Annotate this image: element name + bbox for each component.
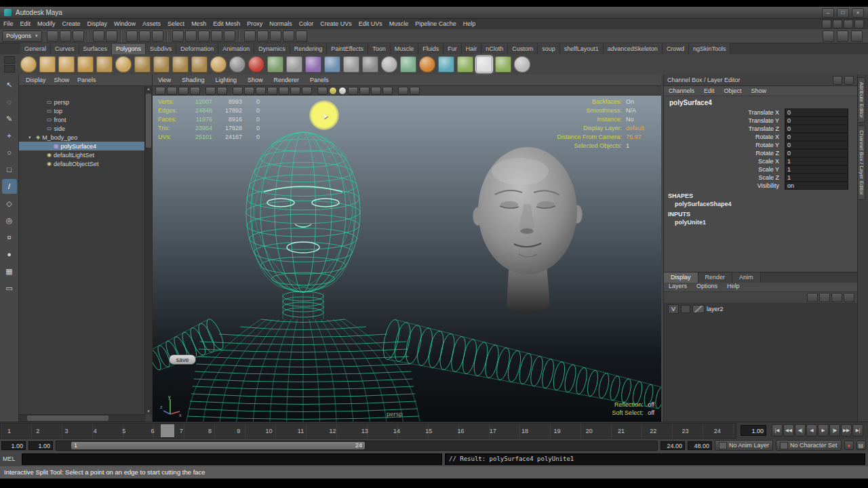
- tool-button[interactable]: ▭: [2, 281, 17, 296]
- status-line-icon[interactable]: [93, 30, 104, 42]
- outliner-item[interactable]: ▭ front: [19, 115, 145, 124]
- shelf-tool-icon[interactable]: [400, 56, 416, 73]
- layer-editor-tab[interactable]: Anim: [732, 272, 761, 283]
- tool-button[interactable]: /: [2, 179, 17, 194]
- shelf-tool-icon[interactable]: [438, 56, 454, 73]
- playback-button[interactable]: ▶: [818, 424, 829, 436]
- viewport-toolbar-icon[interactable]: [167, 87, 177, 95]
- shelf-tab[interactable]: Surfaces: [79, 43, 113, 54]
- viewport-toolbar-icon[interactable]: [338, 87, 347, 95]
- tool-button[interactable]: ◎: [2, 213, 17, 228]
- shelf-tool-icon[interactable]: [457, 56, 473, 73]
- channel-box-menu-item[interactable]: Edit: [699, 87, 719, 94]
- viewport-toolbar-icon[interactable]: [267, 87, 277, 95]
- shelf-menu-icon[interactable]: [4, 56, 15, 64]
- viewport-menu-item[interactable]: Shading: [176, 77, 210, 83]
- channel-name[interactable]: Translate Y: [664, 117, 785, 124]
- shelf-tool-icon[interactable]: [39, 56, 56, 73]
- tool-button[interactable]: +: [2, 128, 17, 143]
- viewport-toolbar-icon[interactable]: [290, 87, 300, 95]
- status-line-icon[interactable]: [238, 30, 241, 42]
- sidebar-toggle-icon[interactable]: [823, 30, 834, 42]
- layer-editor-menu-item[interactable]: Layers: [664, 283, 692, 291]
- shelf-tool-icon[interactable]: [191, 56, 208, 73]
- channel-name[interactable]: Rotate Y: [664, 142, 785, 148]
- status-line-icon[interactable]: [60, 30, 71, 42]
- viewport-toolbar-icon[interactable]: [398, 87, 408, 95]
- shelf-tab[interactable]: Animation: [218, 43, 254, 54]
- shelf-tab[interactable]: General: [20, 43, 51, 54]
- status-line-icon[interactable]: [211, 30, 222, 42]
- shelf-tool-icon[interactable]: [153, 56, 170, 73]
- shelf-tab[interactable]: soup: [538, 43, 560, 54]
- viewport-toolbar-icon[interactable]: [382, 87, 393, 95]
- layer-color-swatch[interactable]: [692, 305, 705, 313]
- menu-item[interactable]: Select: [164, 19, 188, 29]
- scrollbar-thumb[interactable]: [27, 415, 108, 421]
- shelf-tool-icon[interactable]: [495, 56, 511, 73]
- menu-item[interactable]: Modify: [34, 19, 59, 29]
- channel-name[interactable]: Translate Z: [664, 125, 785, 132]
- layer-editor-tab[interactable]: Render: [698, 272, 733, 283]
- playback-button[interactable]: ◀: [806, 424, 817, 436]
- status-line-icon[interactable]: [283, 30, 294, 42]
- viewport-toolbar-icon[interactable]: [359, 87, 370, 95]
- outliner-item[interactable]: ▦ polySurface4: [19, 142, 145, 150]
- channel-name[interactable]: Rotate X: [664, 134, 785, 140]
- menu-item[interactable]: Proxy: [243, 19, 266, 29]
- outliner-item[interactable]: ▭ side: [19, 124, 145, 133]
- scroll-down-icon[interactable]: ▼: [145, 408, 152, 415]
- channel-name[interactable]: Translate X: [664, 109, 785, 116]
- shelf-tool-icon[interactable]: [286, 56, 302, 73]
- channel-value-field[interactable]: 1: [785, 157, 848, 165]
- shelf-tool-icon[interactable]: [77, 56, 94, 73]
- ui-toggle-icon[interactable]: [854, 20, 864, 28]
- speed-control-icon[interactable]: [844, 76, 854, 85]
- layer-editor-menu-item[interactable]: Help: [722, 283, 745, 291]
- outliner-item[interactable]: ◉ defaultObjectSet: [19, 159, 145, 168]
- shelf-tab[interactable]: nCloth: [481, 43, 508, 54]
- viewport-toolbar-icon[interactable]: [205, 87, 216, 95]
- viewport-toolbar-icon[interactable]: [155, 87, 165, 95]
- range-slider-bar[interactable]: 1 24: [71, 442, 365, 449]
- shelf-tab[interactable]: Muscle: [391, 43, 419, 54]
- viewport-toolbar-icon[interactable]: [256, 87, 266, 95]
- workspace-icon[interactable]: [822, 20, 831, 28]
- scroll-up-icon[interactable]: ▲: [145, 85, 152, 92]
- auto-keyframe-toggle[interactable]: ●: [844, 441, 854, 450]
- time-slider[interactable]: 123456789101112131415161718192021222324: [0, 423, 736, 439]
- sidebar-toggle-icon[interactable]: [851, 30, 863, 42]
- status-line-icon[interactable]: [152, 30, 163, 42]
- shelf-tab[interactable]: Subdivs: [146, 43, 176, 54]
- outliner-item[interactable]: ▭ persp: [19, 98, 145, 106]
- outliner-menu-item[interactable]: Panels: [73, 77, 100, 83]
- tool-button[interactable]: ◌: [2, 94, 17, 109]
- channel-name[interactable]: Scale Y: [664, 166, 785, 173]
- shelf-tab[interactable]: Dynamics: [254, 43, 290, 54]
- viewport-toolbar-icon[interactable]: [410, 87, 420, 95]
- channel-box-menu-item[interactable]: Show: [747, 87, 772, 94]
- shelf-tab[interactable]: Toon: [368, 43, 391, 54]
- playback-button[interactable]: ▶|: [852, 424, 863, 436]
- playback-start-field[interactable]: 1.00: [28, 441, 53, 450]
- tool-button[interactable]: ●: [2, 247, 17, 262]
- outliner-horizontal-scrollbar[interactable]: [19, 414, 145, 422]
- viewport-toolbar-icon[interactable]: [178, 87, 189, 95]
- channel-box-menu-item[interactable]: Object: [719, 87, 747, 94]
- outliner-item[interactable]: ◉ defaultLightSet: [19, 150, 145, 159]
- status-line-icon[interactable]: [166, 30, 170, 42]
- shelf-tool-icon[interactable]: [362, 56, 378, 73]
- command-line-mode-label[interactable]: MEL: [3, 455, 19, 462]
- shelf-tab[interactable]: Fur: [443, 43, 462, 54]
- layer-row[interactable]: V layer2: [664, 304, 857, 314]
- viewport-toolbar-icon[interactable]: [279, 87, 289, 95]
- menu-set-selector[interactable]: Polygons ▾: [2, 30, 42, 42]
- status-line-icon[interactable]: [87, 30, 90, 42]
- viewport-canvas[interactable]: Verts: 12007 8993 0 Edges: 24848 17892 0: [153, 96, 661, 422]
- viewport-toolbar-icon[interactable]: [394, 87, 397, 94]
- status-line-icon[interactable]: [198, 30, 210, 42]
- outliner-vertical-scrollbar[interactable]: ▲ ▼: [144, 85, 152, 415]
- layer-playback-toggle[interactable]: [681, 305, 690, 313]
- layer-editor-tab[interactable]: Display: [664, 272, 698, 283]
- channel-value-field[interactable]: 0: [785, 125, 848, 133]
